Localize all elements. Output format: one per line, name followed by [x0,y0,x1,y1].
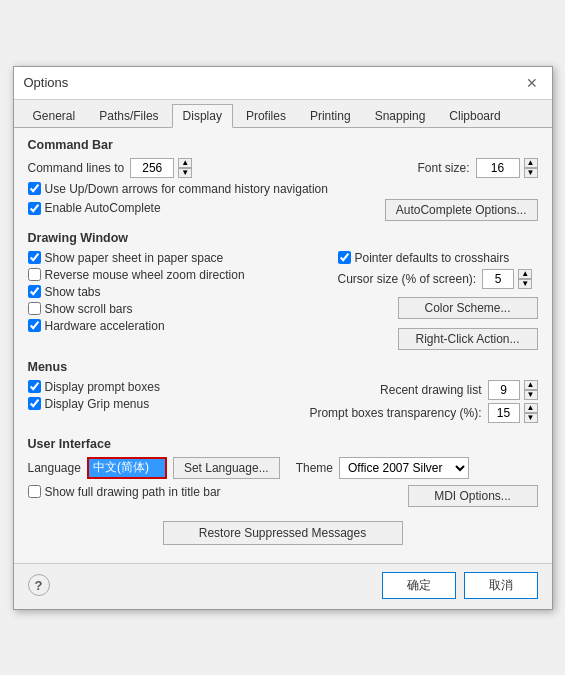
user-interface-section: User Interface Language Set Language... … [28,437,538,545]
pointer-defaults-checkbox[interactable] [338,251,351,264]
language-row: Language Set Language... Theme Office 20… [28,457,538,479]
menus-right: Recent drawing list ▲ ▼ Prompt boxes tra… [309,380,537,427]
font-size-spinner-btns: ▲ ▼ [524,158,538,178]
prompt-transparency-row: Prompt boxes transparency (%): ▲ ▼ [309,403,537,423]
autocomplete-checkbox[interactable] [28,202,41,215]
command-lines-up[interactable]: ▲ [178,158,192,168]
command-lines-row: Command lines to ▲ ▼ Font size: ▲ [28,158,538,178]
options-dialog: Options ✕ General Paths/Files Display Pr… [13,66,553,610]
pointer-defaults-row: Pointer defaults to crosshairs [338,251,538,265]
use-arrows-checkbox[interactable] [28,182,41,195]
command-lines-input[interactable] [130,158,174,178]
show-tabs-row: Show tabs [28,285,328,299]
show-scroll-checkbox[interactable] [28,302,41,315]
command-bar-section: Command Bar Command lines to ▲ ▼ Font si… [28,138,538,221]
use-arrows-label: Use Up/Down arrows for command history n… [45,182,328,196]
font-size-up[interactable]: ▲ [524,158,538,168]
tab-profiles[interactable]: Profiles [235,104,297,128]
theme-label-spacer: Theme [296,460,333,475]
theme-select[interactable]: Office 2007 Silver Office 2010 Blue Dark [339,457,469,479]
show-full-path-label: Show full drawing path in title bar [45,485,221,499]
autocomplete-checkbox-row: Enable AutoComplete [28,201,161,215]
show-scroll-row: Show scroll bars [28,302,328,316]
show-paper-checkbox[interactable] [28,251,41,264]
font-size-label: Font size: [417,161,469,175]
help-button[interactable]: ? [28,574,50,596]
tab-clipboard[interactable]: Clipboard [438,104,511,128]
close-button[interactable]: ✕ [522,73,542,93]
font-size-input[interactable] [476,158,520,178]
cursor-size-spinner: ▲ ▼ [482,269,532,289]
display-grip-checkbox[interactable] [28,397,41,410]
prompt-transparency-spinner-btns: ▲ ▼ [524,403,538,423]
cancel-button[interactable]: 取消 [464,572,538,599]
ok-button[interactable]: 确定 [382,572,456,599]
restore-btn-container: Restore Suppressed Messages [28,515,538,545]
command-lines-down[interactable]: ▼ [178,168,192,178]
tab-general[interactable]: General [22,104,87,128]
ui-bottom-row: Show full drawing path in title bar MDI … [28,485,538,507]
footer-buttons: 确定 取消 [382,572,538,599]
prompt-transparency-label: Prompt boxes transparency (%): [309,406,481,420]
drawing-window-buttons: Color Scheme... Right-Click Action... [338,297,538,350]
autocomplete-row: Enable AutoComplete AutoComplete Options… [28,199,538,221]
tab-paths-files[interactable]: Paths/Files [88,104,169,128]
hardware-checkbox[interactable] [28,319,41,332]
recent-drawing-spinner: ▲ ▼ [488,380,538,400]
right-click-action-button[interactable]: Right-Click Action... [398,328,538,350]
font-size-down[interactable]: ▼ [524,168,538,178]
show-full-path-checkbox[interactable] [28,485,41,498]
command-lines-spinner: ▲ ▼ [130,158,192,178]
restore-suppressed-button[interactable]: Restore Suppressed Messages [163,521,403,545]
autocomplete-options-button[interactable]: AutoComplete Options... [385,199,538,221]
dialog-title: Options [24,75,69,90]
hardware-label: Hardware acceleration [45,319,165,333]
title-bar: Options ✕ [14,67,552,100]
ui-left: Show full drawing path in title bar [28,485,398,507]
display-prompt-row: Display prompt boxes [28,380,300,394]
prompt-transparency-up[interactable]: ▲ [524,403,538,413]
display-grip-row: Display Grip menus [28,397,300,411]
show-scroll-label: Show scroll bars [45,302,133,316]
command-bar-title: Command Bar [28,138,538,152]
reverse-mouse-label: Reverse mouse wheel zoom direction [45,268,245,282]
tab-printing[interactable]: Printing [299,104,362,128]
language-input[interactable] [87,457,167,479]
tab-display[interactable]: Display [172,104,233,128]
recent-drawing-down[interactable]: ▼ [524,390,538,400]
color-scheme-button[interactable]: Color Scheme... [398,297,538,319]
font-size-spinner: ▲ ▼ [476,158,538,178]
show-paper-label: Show paper sheet in paper space [45,251,224,265]
drawing-window-section: Drawing Window Show paper sheet in paper… [28,231,538,350]
cursor-size-label: Cursor size (% of screen): [338,272,477,286]
set-language-button[interactable]: Set Language... [173,457,280,479]
cursor-size-spinner-btns: ▲ ▼ [518,269,532,289]
recent-drawing-input[interactable] [488,380,520,400]
use-arrows-row: Use Up/Down arrows for command history n… [28,182,538,196]
cursor-size-up[interactable]: ▲ [518,269,532,279]
reverse-mouse-checkbox[interactable] [28,268,41,281]
autocomplete-label: Enable AutoComplete [45,201,161,215]
recent-drawing-label: Recent drawing list [380,383,481,397]
theme-label: Theme [296,461,333,475]
show-tabs-checkbox[interactable] [28,285,41,298]
main-content: Command Bar Command lines to ▲ ▼ Font si… [14,128,552,563]
display-grip-label: Display Grip menus [45,397,150,411]
prompt-transparency-down[interactable]: ▼ [524,413,538,423]
menus-section: Menus Display prompt boxes Display Grip … [28,360,538,427]
reverse-mouse-row: Reverse mouse wheel zoom direction [28,268,328,282]
drawing-window-title: Drawing Window [28,231,538,245]
drawing-window-right: Pointer defaults to crosshairs Cursor si… [338,251,538,350]
pointer-defaults-label: Pointer defaults to crosshairs [355,251,510,265]
cursor-size-input[interactable] [482,269,514,289]
prompt-transparency-input[interactable] [488,403,520,423]
display-prompt-checkbox[interactable] [28,380,41,393]
cursor-size-down[interactable]: ▼ [518,279,532,289]
recent-drawing-spinner-btns: ▲ ▼ [524,380,538,400]
show-full-path-row: Show full drawing path in title bar [28,485,398,499]
recent-drawing-up[interactable]: ▲ [524,380,538,390]
tab-snapping[interactable]: Snapping [364,104,437,128]
hardware-row: Hardware acceleration [28,319,328,333]
mdi-options-button[interactable]: MDI Options... [408,485,538,507]
language-label: Language [28,461,81,475]
